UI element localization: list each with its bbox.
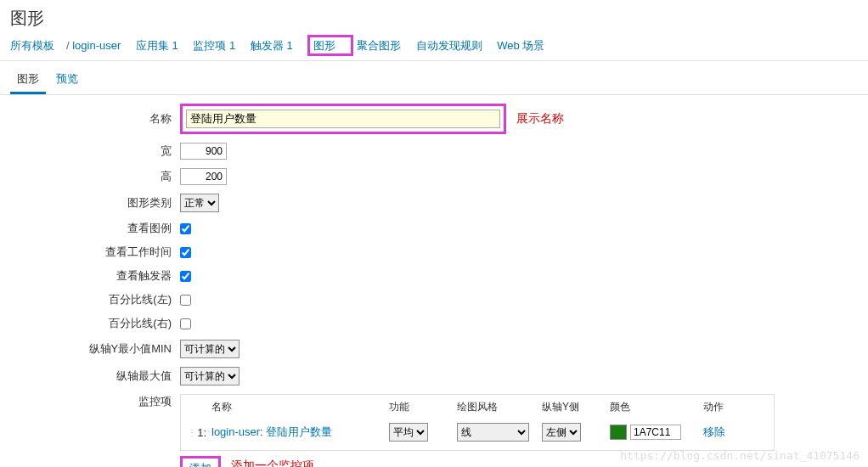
type-select[interactable]: 正常 [180, 194, 219, 212]
color-swatch[interactable] [610, 425, 627, 440]
col-act: 动作 [703, 400, 737, 414]
col-style: 绘图风格 [457, 400, 542, 414]
item-row: ⋮⋮ 1: login-user: 登陆用户数量 平均 线 左侧 移除 [188, 419, 767, 445]
item-name-link[interactable]: 登陆用户数量 [266, 425, 332, 438]
pct-left-checkbox[interactable] [180, 295, 191, 306]
label-show-legend: 查看图例 [10, 221, 180, 236]
col-color: 颜色 [610, 400, 703, 414]
drag-handle-icon[interactable]: ⋮⋮ [188, 428, 194, 437]
height-input[interactable] [180, 168, 227, 185]
annotation-show-name: 展示名称 [516, 111, 564, 127]
col-name: 名称 [206, 400, 389, 414]
label-show-triggers: 查看触发器 [10, 268, 180, 284]
item-fn-select[interactable]: 平均 [389, 423, 428, 442]
label-height: 高 [10, 169, 180, 184]
page-title: 图形 [0, 0, 868, 35]
item-side-select[interactable]: 左侧 [542, 423, 581, 442]
nav-apps[interactable]: 应用集 1 [136, 38, 178, 53]
pct-right-checkbox[interactable] [180, 318, 191, 329]
label-y-max: 纵轴最大值 [10, 369, 180, 384]
tab-graph[interactable]: 图形 [10, 66, 46, 94]
label-pct-left: 百分比线(左) [10, 292, 180, 307]
nav-template-name[interactable]: login-user [72, 39, 121, 52]
nav-discovery[interactable]: 自动发现规则 [416, 38, 482, 53]
show-legend-checkbox[interactable] [180, 223, 191, 234]
nav-items[interactable]: 监控项 1 [193, 38, 235, 53]
label-y-min: 纵轴Y最小值MIN [10, 341, 180, 357]
label-name: 名称 [10, 111, 180, 127]
nav-all-templates[interactable]: 所有模板 [10, 38, 54, 53]
y-min-select[interactable]: 可计算的 [180, 340, 240, 358]
template-nav: 所有模板/ login-user 应用集 1 监控项 1 触发器 1 图形 聚合… [0, 35, 868, 61]
add-item-link[interactable]: 添加 [180, 456, 221, 467]
col-fn: 功能 [389, 400, 457, 414]
item-style-select[interactable]: 线 [457, 423, 529, 442]
nav-triggers[interactable]: 触发器 1 [251, 38, 293, 53]
name-input[interactable] [186, 110, 500, 128]
item-host-link[interactable]: login-user [211, 425, 260, 438]
remove-link[interactable]: 移除 [703, 425, 725, 438]
sub-tabs: 图形 预览 [0, 61, 868, 95]
label-items: 监控项 [10, 394, 180, 409]
show-triggers-checkbox[interactable] [180, 271, 191, 282]
label-type: 图形类别 [10, 195, 180, 211]
nav-aggregated[interactable]: 聚合图形 [357, 38, 401, 53]
annotation-add-item: 添加一个监控项 [231, 459, 314, 467]
nav-web[interactable]: Web 场景 [497, 38, 544, 53]
label-pct-right: 百分比线(右) [10, 316, 180, 331]
color-input[interactable] [630, 425, 681, 440]
y-max-select[interactable]: 可计算的 [180, 367, 240, 385]
width-input[interactable] [180, 143, 227, 160]
item-index: 1: [194, 426, 206, 439]
col-side: 纵轴Y侧 [542, 400, 610, 414]
label-show-work: 查看工作时间 [10, 245, 180, 260]
tab-preview[interactable]: 预览 [49, 66, 85, 92]
nav-graphs[interactable]: 图形 [313, 38, 335, 53]
show-work-checkbox[interactable] [180, 247, 191, 258]
label-width: 宽 [10, 143, 180, 159]
items-table: 名称 功能 绘图风格 纵轴Y侧 颜色 动作 ⋮⋮ 1: login-user: … [180, 394, 775, 451]
